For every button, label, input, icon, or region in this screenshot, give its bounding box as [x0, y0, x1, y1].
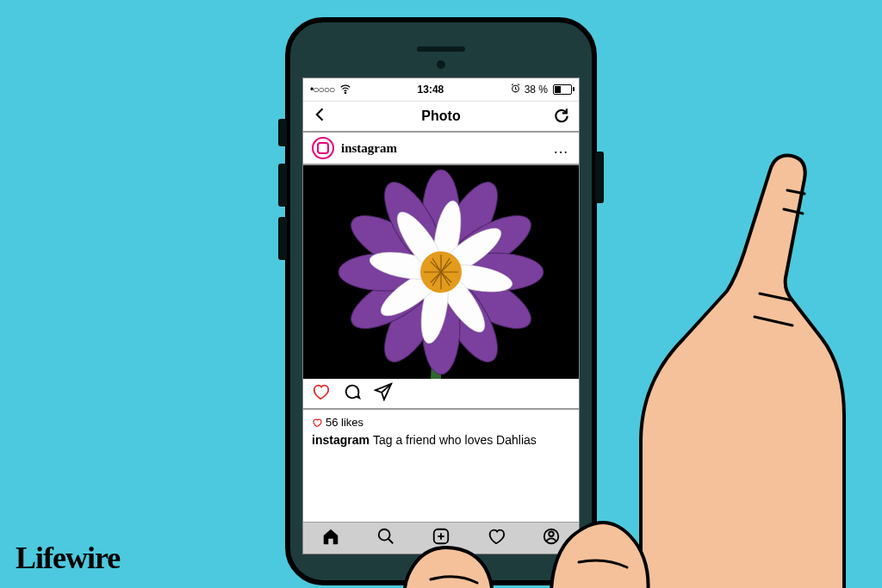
- illustration-stage: •○○○○ 13:48 38 % Photo: [0, 0, 882, 588]
- heart-small-icon: [312, 418, 322, 428]
- volume-down-button: [278, 217, 287, 260]
- svg-point-0: [345, 91, 346, 92]
- instagram-avatar-icon[interactable]: [312, 137, 334, 159]
- mute-switch: [278, 119, 287, 146]
- tab-home-icon[interactable]: [321, 527, 340, 549]
- lifewire-logo: Lifewire: [16, 540, 120, 576]
- like-button-heart-icon[interactable]: [312, 382, 331, 405]
- signal-dots-icon: •○○○○: [310, 84, 334, 96]
- hand-illustration: [357, 80, 882, 588]
- volume-up-button: [278, 164, 287, 207]
- front-camera: [437, 60, 445, 69]
- wifi-icon: [339, 83, 351, 97]
- earpiece-speaker: [417, 46, 465, 52]
- back-icon[interactable]: [312, 106, 329, 127]
